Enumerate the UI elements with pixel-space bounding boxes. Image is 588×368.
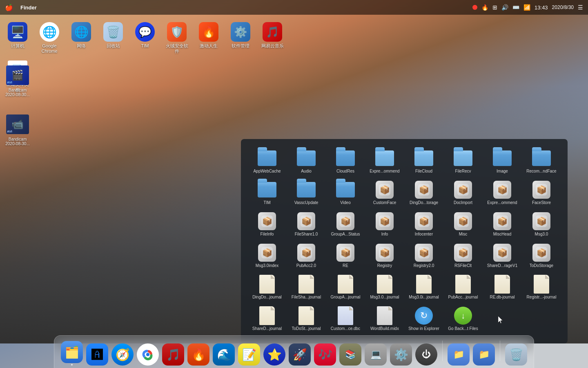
record-indicator: [472, 5, 477, 10]
pkg-fileshare[interactable]: 📦 FileShare1.0: [288, 210, 324, 238]
desktop-icon-tim-label: TIM: [141, 43, 149, 49]
pkg-expre-ommend[interactable]: 📦 Expre...ommend: [484, 179, 520, 207]
folder-tim[interactable]: TIM: [249, 179, 285, 207]
file-shared-journal[interactable]: ShareD...journal: [249, 305, 285, 333]
show-in-explorer-button[interactable]: ↻ Show in Explorer: [406, 305, 442, 333]
pkg-rsfileclt[interactable]: 📦 RSFileClt: [445, 242, 481, 270]
pkg-msg30index[interactable]: 📦 Msg3.0index: [249, 242, 285, 270]
file-filesha-journal[interactable]: FileSha...journal: [288, 273, 324, 301]
menubar-app-name[interactable]: Finder: [20, 4, 37, 11]
desktop-icon-chrome[interactable]: 🌐 GoogleChrome: [35, 20, 64, 56]
folder-audio[interactable]: Audio: [288, 147, 324, 175]
file-registr-journal[interactable]: Registr...-journal: [523, 273, 559, 301]
file-browser-panel: AppWebCache Audio CloudRes Expre...ommen…: [241, 139, 568, 343]
file-redb-journal[interactable]: RE.db-journal: [484, 273, 520, 301]
dock-preferences[interactable]: ⚙️: [390, 343, 412, 366]
desktop-icon-area: 🖥️ 计算机 🌐 GoogleChrome 🌐 网络 🗑️ 回收站 💬 TIM …: [3, 20, 310, 94]
file-custom-dbc[interactable]: Custom...ce.dbc: [327, 305, 363, 333]
dock-separator-2: [500, 341, 500, 361]
dock-edge[interactable]: 🌊: [213, 343, 235, 366]
file-wordbuild-midx[interactable]: WordBuild.midx: [367, 305, 403, 333]
file-todost-journal[interactable]: ToDoSt...journal: [288, 305, 324, 333]
dock-music[interactable]: 🎶: [314, 343, 336, 366]
pkg-shared-ragev1[interactable]: 📦 ShareD...rageV1: [484, 242, 520, 270]
dock-library[interactable]: 📚: [339, 343, 361, 366]
folder-appwebcache[interactable]: AppWebCache: [249, 147, 285, 175]
folder-express-recommend[interactable]: Expre...ommend: [367, 147, 403, 175]
empty-slot-2: [523, 305, 559, 333]
tray-grid[interactable]: ⊞: [492, 4, 497, 11]
menubar-right: 🔥 ⊞ 🔊 ⌨️ 📶 13:43 2020/8/30 ☰: [472, 4, 583, 11]
desktop-icon-computer[interactable]: 🖥️ 计算机: [3, 20, 32, 56]
empty-slot-1: [484, 305, 520, 333]
file-msg30i-journal[interactable]: Msg3.0i...journal: [406, 273, 442, 301]
dock-igdm[interactable]: 🔥: [187, 343, 209, 366]
pkg-todostorage[interactable]: 📦 ToDoStorage: [523, 242, 559, 270]
folder-vasscupdate[interactable]: VasscUpdate: [288, 179, 324, 207]
pkg-customface[interactable]: 📦 CustomFace: [367, 179, 403, 207]
pkg-groupa-status[interactable]: 📦 GroupA...Status: [327, 210, 363, 238]
dock-rocket[interactable]: 🚀: [289, 343, 311, 366]
pkg-facestore[interactable]: 📦 FaceStore: [523, 179, 559, 207]
dock-chrome[interactable]: [137, 343, 159, 366]
dock-separator: [442, 341, 443, 361]
folder-video[interactable]: Video: [327, 179, 363, 207]
bandicam1-label: Bandicam2020-08-30...: [5, 88, 30, 97]
file-dingdo-journal[interactable]: DingDo...journal: [249, 273, 285, 301]
menubar-date: 2020/8/30: [552, 4, 574, 10]
apple-menu-icon[interactable]: 🍎: [5, 4, 13, 11]
file-groupa-journal[interactable]: GroupA...journal: [327, 273, 363, 301]
tray-volume[interactable]: 🔊: [501, 4, 508, 11]
tray-menu-icon[interactable]: ☰: [578, 4, 583, 11]
pkg-docimport[interactable]: 📦 DocImport: [445, 179, 481, 207]
dock-safari[interactable]: 🧭: [111, 343, 134, 366]
folder-filecloud[interactable]: FileCloud: [406, 147, 442, 175]
dock-folder1[interactable]: 📁: [448, 343, 470, 366]
dock-tim[interactable]: ⭐: [263, 343, 285, 366]
pkg-fileinfo[interactable]: 📦 FileInfo: [249, 210, 285, 238]
menubar-time: 13:43: [535, 4, 548, 11]
dock-notes[interactable]: 📝: [238, 343, 260, 366]
pkg-misc[interactable]: 📦 Misc: [445, 210, 481, 238]
desktop-icon-recycle[interactable]: 🗑️ 回收站: [99, 20, 127, 56]
pkg-re[interactable]: 📦 RE: [327, 242, 363, 270]
dock-finder[interactable]: 🗂️: [61, 341, 83, 366]
svg-point-2: [146, 353, 149, 356]
desktop-icon-network[interactable]: 🌐 网络: [67, 20, 96, 56]
menubar-left: 🍎 Finder: [5, 4, 37, 11]
folder-filerecv[interactable]: FileRecv: [445, 147, 481, 175]
tray-flame[interactable]: 🔥: [481, 4, 488, 11]
dock-trash[interactable]: 🗑️: [505, 343, 527, 366]
desktop-icon-computer-label: 计算机: [11, 43, 24, 49]
pkg-msg30[interactable]: 📦 Msg3.0: [523, 210, 559, 238]
pkg-info[interactable]: 📦 Info: [367, 210, 403, 238]
menu-bar: 🍎 Finder 🔥 ⊞ 🔊 ⌨️ 📶 13:43 2020/8/30 ☰: [0, 0, 588, 15]
desktop-icon-appstore[interactable]: ⚙️ 软件管理: [226, 20, 255, 56]
desktop-icon-music[interactable]: 🎵 网易云音乐: [258, 20, 287, 56]
dock-power[interactable]: ⏻: [415, 343, 437, 366]
folder-image[interactable]: Image: [484, 147, 520, 175]
dock-macbook[interactable]: 💻: [365, 343, 387, 366]
folder-cloudres[interactable]: CloudRes: [327, 147, 363, 175]
go-back-files-button[interactable]: ↓ Go Back...t Files: [445, 305, 481, 333]
desktop-icon-tim[interactable]: 💬 TIM: [131, 20, 159, 56]
dock-folder2[interactable]: 📁: [473, 343, 495, 366]
desktop-icon-recycle-label: 回收站: [107, 43, 120, 49]
desktop-icon-music-label: 网易云音乐: [261, 43, 284, 49]
desktop-icon-security[interactable]: 🛡️ 火绒安全软件: [163, 20, 191, 56]
tray-wifi[interactable]: 📶: [523, 4, 530, 11]
pkg-pubacc2[interactable]: 📦 PubAcc2.0: [288, 242, 324, 270]
pkg-registry2[interactable]: 📦 Registry2.0: [406, 242, 442, 270]
file-pubacc-journal[interactable]: PubAcc...journal: [445, 273, 481, 301]
pkg-registry[interactable]: 📦 Registry: [367, 242, 403, 270]
file-msg30-journal[interactable]: Msg3.0...journal: [367, 273, 403, 301]
pkg-mischead[interactable]: 📦 MiscHead: [484, 210, 520, 238]
dock-appstore[interactable]: 🅰: [86, 343, 108, 366]
tray-keyboard[interactable]: ⌨️: [512, 4, 519, 11]
pkg-dingdo-torage[interactable]: 📦 DingDo...torage: [406, 179, 442, 207]
desktop-icon-life-label: 激动人生: [200, 43, 218, 49]
dock-netease[interactable]: 🎵: [162, 343, 184, 366]
pkg-infocenter[interactable]: 📦 Infocenter: [406, 210, 442, 238]
desktop-icon-life[interactable]: 🔥 激动人生: [194, 20, 223, 56]
folder-recom-ndface[interactable]: Recom...ndFace: [523, 147, 559, 175]
